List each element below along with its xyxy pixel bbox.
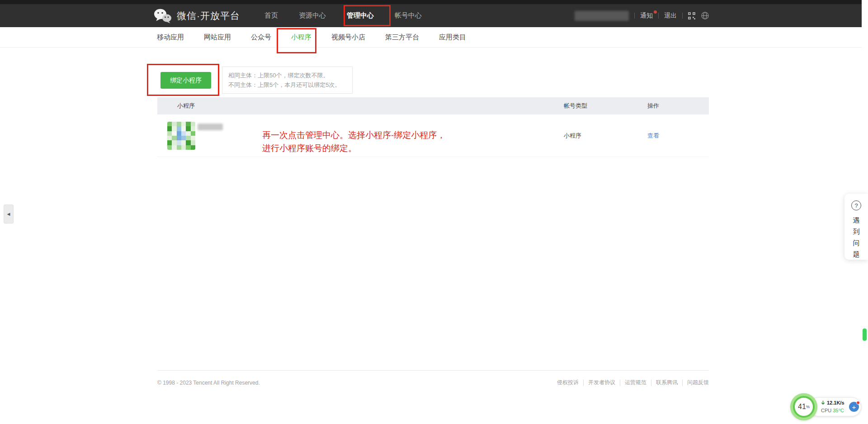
- page-footer: © 1998 - 2023 Tencent All Right Reserved…: [157, 370, 709, 386]
- brand[interactable]: 微信·开放平台: [154, 8, 240, 24]
- logout-link[interactable]: 退出: [664, 12, 677, 20]
- divider: [658, 13, 659, 19]
- help-floating-widget[interactable]: ? 遇 到 问 题: [844, 194, 868, 260]
- footer-link-operation-rules[interactable]: 运营规范: [620, 380, 651, 386]
- table-row: 再一次点击管理中心。选择小程序-绑定小程序， 进行小程序账号的绑定。 小程序 查…: [157, 114, 709, 157]
- cpu-temp-value: 35°C: [833, 408, 844, 413]
- tab-channels-shop[interactable]: 视频号小店: [331, 33, 365, 42]
- main-nav: 首页 资源中心 管理中心 帐号中心: [264, 11, 422, 20]
- copyright-text: © 1998 - 2023 Tencent All Right Reserved…: [157, 380, 260, 386]
- nav-item-resources[interactable]: 资源中心: [299, 11, 326, 20]
- plus-icon: +: [852, 403, 856, 411]
- monitor-notification-dot: [856, 401, 860, 405]
- bind-mini-program-button[interactable]: 绑定小程序: [160, 72, 211, 89]
- account-type-value: 小程序: [564, 132, 647, 140]
- wechat-logo-icon: [154, 8, 172, 24]
- cpu-percent-unit: %: [806, 405, 810, 409]
- cpu-label: CPU: [821, 408, 831, 413]
- nav-item-home[interactable]: 首页: [264, 11, 278, 20]
- monitor-add-button[interactable]: +: [849, 402, 859, 412]
- brand-title: 微信·开放平台: [177, 10, 240, 22]
- nav-item-account-center[interactable]: 帐号中心: [395, 11, 422, 20]
- system-monitor-widget: 41 % 12.1K/s CPU35°C +: [790, 393, 862, 421]
- tab-third-party-platform[interactable]: 第三方平台: [385, 33, 419, 42]
- cpu-percent-value: 41: [798, 403, 806, 411]
- divider: [634, 13, 635, 19]
- sub-nav-tabbar: 移动应用 网站应用 公众号 小程序 视频号小店 第三方平台 应用类目: [0, 27, 862, 48]
- notification-badge-dot: [654, 10, 657, 14]
- main-header: 微信·开放平台 首页 资源中心 管理中心 帐号中心 通知 退出: [0, 4, 862, 27]
- notifications-label: 通知: [640, 12, 653, 19]
- nav-item-management-center[interactable]: 管理中心: [347, 11, 374, 20]
- net-speed-value: 12.1K/s: [827, 399, 844, 407]
- download-arrow-icon: [821, 400, 825, 405]
- tab-mini-program[interactable]: 小程序: [291, 33, 311, 42]
- divider: [682, 13, 683, 19]
- scrollbar-thumb[interactable]: [863, 329, 867, 341]
- footer-link-infringement[interactable]: 侵权投诉: [552, 380, 584, 386]
- chevron-left-icon: ◀: [7, 212, 10, 216]
- notifications-link[interactable]: 通知: [640, 12, 653, 20]
- window-top-strip: [0, 0, 862, 4]
- bind-limits-note: 相同主体：上限50个，绑定次数不限。 不同主体：上限5个，本月还可以绑定5次。: [222, 67, 353, 94]
- help-text-char: 遇: [853, 214, 860, 226]
- mini-program-table: 小程序 帐号类型 操作 再一次点击管理中心。选择小程序-绑定小程序， 进行小程序…: [157, 97, 709, 157]
- footer-link-developer-agreement[interactable]: 开发者协议: [584, 380, 620, 386]
- help-text-char: 到: [853, 226, 860, 237]
- app-icon-blurred: [167, 122, 195, 150]
- annotation-text: 再一次点击管理中心。选择小程序-绑定小程序， 进行小程序账号的绑定。: [262, 129, 445, 155]
- tab-mobile-app[interactable]: 移动应用: [157, 33, 184, 42]
- tab-website-app[interactable]: 网站应用: [204, 33, 231, 42]
- limit-line-2: 不同主体：上限5个，本月还可以绑定5次。: [228, 80, 346, 90]
- footer-link-feedback[interactable]: 问题反馈: [683, 380, 709, 386]
- help-text-char: 问: [853, 237, 860, 248]
- app-name-blurred: [198, 124, 223, 130]
- annotation-text-line-2: 进行小程序账号的绑定。: [262, 142, 445, 155]
- view-link[interactable]: 查看: [647, 132, 659, 139]
- limit-line-1: 相同主体：上限50个，绑定次数不限。: [228, 71, 346, 80]
- username-blurred[interactable]: [575, 11, 629, 21]
- tab-app-category[interactable]: 应用类目: [439, 33, 466, 42]
- table-header-row: 小程序 帐号类型 操作: [157, 97, 709, 114]
- column-header-action: 操作: [647, 102, 709, 110]
- collapse-panel-button[interactable]: ◀: [4, 205, 14, 224]
- cpu-usage-ring[interactable]: 41 %: [790, 393, 817, 420]
- column-header-account-type: 帐号类型: [564, 102, 647, 110]
- qrcode-icon[interactable]: [688, 12, 695, 19]
- help-text-char: 题: [853, 248, 860, 260]
- globe-language-icon[interactable]: [701, 12, 709, 19]
- question-mark-icon: ?: [851, 200, 861, 210]
- tab-official-account[interactable]: 公众号: [251, 33, 271, 42]
- annotation-text-line-1: 再一次点击管理中心。选择小程序-绑定小程序，: [262, 129, 445, 142]
- footer-link-contact-tencent[interactable]: 联系腾讯: [651, 380, 683, 386]
- column-header-mini-program: 小程序: [157, 102, 564, 110]
